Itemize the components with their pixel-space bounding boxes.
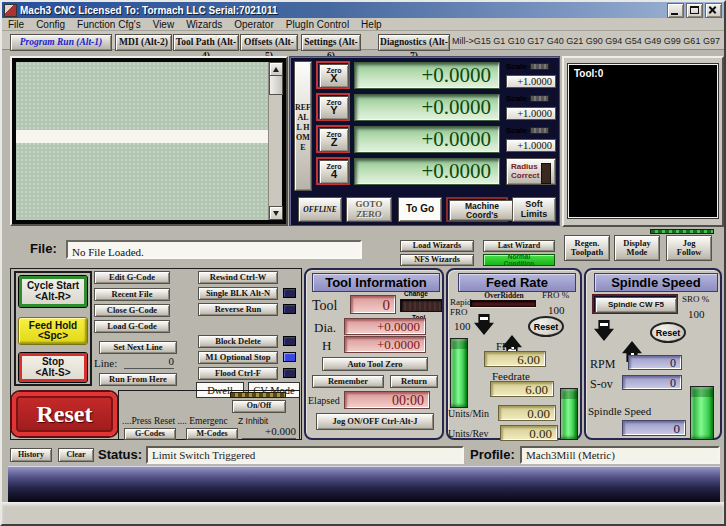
block-delete-button[interactable]: Block Delete: [198, 335, 278, 348]
profile-field: Mach3Mill (Metric): [520, 446, 720, 464]
nfs-wizards-button[interactable]: NFS Wizards: [400, 254, 474, 266]
return-button[interactable]: Return: [390, 375, 438, 388]
feedrate-dro[interactable]: 6.00: [490, 381, 554, 397]
scale-x-value[interactable]: +1.0000: [506, 75, 556, 88]
tab-tool-path[interactable]: Tool Path (Alt-4): [173, 34, 239, 51]
scale-x-led: [530, 63, 549, 70]
h-dro[interactable]: +0.0000: [344, 336, 426, 353]
tab-diagnostics[interactable]: Diagnostics (Alt-7): [378, 34, 450, 51]
stop-button[interactable]: Stop <Alt-S>: [18, 352, 88, 383]
menu-help[interactable]: Help: [355, 19, 388, 30]
close-icon[interactable]: [705, 3, 722, 18]
flood-button[interactable]: Flood Ctrl-F: [198, 367, 278, 380]
zero-z-button[interactable]: ZeroZ: [316, 125, 350, 153]
on-off-button[interactable]: On/Off: [232, 400, 286, 413]
scale-y-led: [530, 95, 549, 102]
zero-y-button[interactable]: ZeroY: [316, 93, 350, 121]
dro-4-axis[interactable]: +0.0000: [354, 158, 500, 185]
menu-wizards[interactable]: Wizards: [180, 19, 228, 30]
m1-optional-stop-button[interactable]: M1 Optional Stop: [198, 351, 278, 364]
last-wizard-button[interactable]: Last Wizard: [483, 240, 555, 252]
menu-operator[interactable]: Operator: [228, 19, 279, 30]
spindle-slider[interactable]: [690, 386, 714, 440]
title-bar[interactable]: Mach3 CNC Licensed To: Tormach LLC Seria…: [2, 2, 724, 18]
sov-dro[interactable]: 0: [622, 375, 682, 390]
menu-file[interactable]: File: [2, 19, 30, 30]
auto-tool-zero-button[interactable]: Auto Tool Zero: [322, 357, 428, 371]
tab-mdi[interactable]: MDI (Alt-2): [115, 34, 172, 51]
jog-on-off-button[interactable]: Jog ON/OFF Ctrl-Alt-J: [316, 413, 434, 430]
tab-settings[interactable]: Settings (Alt-6): [301, 34, 361, 51]
single-blk-button[interactable]: Single BLK Alt-N: [198, 287, 278, 300]
reset-button[interactable]: Reset: [12, 392, 117, 436]
toolpath-display[interactable]: Tool:0: [568, 64, 718, 218]
radius-correct-button[interactable]: Radius Correct: [506, 158, 556, 185]
menu-function-cfgs[interactable]: Function Cfg's: [71, 19, 147, 30]
tab-program-run[interactable]: Program Run (Alt-1): [10, 34, 112, 51]
rpm-dro[interactable]: 0: [628, 355, 682, 370]
load-wizards-button[interactable]: Load Wizards: [400, 240, 474, 252]
remember-button[interactable]: Remember: [312, 375, 384, 388]
menu-plugin-control[interactable]: PlugIn Control: [280, 19, 355, 30]
scale-z-value[interactable]: +1.0000: [506, 139, 556, 152]
tool-number-dro[interactable]: 0: [350, 295, 396, 314]
zero-4-button[interactable]: Zero4: [316, 157, 350, 185]
g-codes-button[interactable]: G-Codes: [124, 428, 176, 440]
menu-config[interactable]: Config: [30, 19, 71, 30]
fro-slider[interactable]: [450, 338, 468, 408]
offline-button[interactable]: OFFLINE: [298, 197, 342, 222]
dro-z-axis[interactable]: +0.0000: [354, 126, 500, 153]
line-number-field[interactable]: 0: [124, 355, 174, 369]
recent-file-button[interactable]: Recent File: [94, 288, 170, 301]
edit-gcode-button[interactable]: Edit G-Code: [94, 271, 170, 284]
units-min-dro[interactable]: 0.00: [498, 405, 556, 421]
menu-view[interactable]: View: [147, 19, 181, 30]
set-next-line-button[interactable]: Set Next Line: [99, 341, 177, 354]
spindle-decrease-arrow-icon[interactable]: [594, 320, 614, 341]
sro-reset-button[interactable]: Reset: [650, 322, 686, 343]
gcode-listing[interactable]: [16, 62, 282, 220]
tab-offsets[interactable]: Offsets (Alt-5): [240, 34, 298, 51]
soft-limits-button[interactable]: Soft Limits: [512, 197, 556, 222]
jog-follow-button[interactable]: Jog Follow: [666, 235, 712, 261]
elapsed-dro[interactable]: 00:00: [344, 391, 430, 409]
rewind-button[interactable]: Rewind Ctrl-W: [198, 271, 278, 284]
gcode-scrollbar[interactable]: [268, 62, 282, 220]
clear-button[interactable]: Clear: [58, 448, 94, 462]
reverse-run-button[interactable]: Reverse Run: [198, 303, 278, 316]
menu-bar: File Config Function Cfg's View Wizards …: [2, 18, 724, 31]
regen-toolpath-button[interactable]: Regen. Toolpath: [564, 235, 610, 261]
dia-dro[interactable]: +0.0000: [344, 318, 426, 335]
to-go-button[interactable]: To Go: [398, 197, 442, 222]
history-button[interactable]: History: [10, 448, 52, 462]
z-inhibit-value[interactable]: +0.000: [242, 425, 296, 439]
scroll-up-icon[interactable]: [269, 62, 283, 76]
spindle-speed-dro[interactable]: 0: [622, 420, 686, 436]
fro-reset-button[interactable]: Reset: [528, 316, 564, 337]
run-from-here-button[interactable]: Run From Here: [99, 373, 177, 386]
units-rev-dro[interactable]: 0.00: [500, 425, 558, 441]
dro-y-axis[interactable]: +0.0000: [354, 94, 500, 121]
fro-dro[interactable]: 6.00: [484, 351, 546, 367]
maximize-icon[interactable]: [686, 3, 703, 18]
load-gcode-button[interactable]: Load G-Code: [94, 320, 170, 333]
rapid-label-line2: FRO: [450, 307, 468, 317]
machine-coords-button[interactable]: Machine Coord's: [446, 197, 508, 222]
goto-zero-button[interactable]: GOTO ZERO: [346, 197, 392, 222]
zero-x-button[interactable]: ZeroX: [316, 61, 350, 89]
scale-y-value[interactable]: +1.0000: [506, 107, 556, 120]
m-codes-button[interactable]: M-Codes: [186, 428, 238, 440]
feedrate-slider[interactable]: [560, 388, 578, 440]
dro-x-axis[interactable]: +0.0000: [354, 62, 500, 89]
feed-rate-panel: Feed Rate OverRidden FRO % 100 Rapid FRO…: [446, 268, 582, 440]
ref-all-home-button[interactable]: REF ALL HOME: [294, 61, 312, 191]
display-mode-button[interactable]: Display Mode: [614, 235, 660, 261]
scrollbar-thumb[interactable]: [269, 75, 283, 95]
feed-decrease-arrow-icon[interactable]: [474, 314, 494, 335]
scroll-down-icon[interactable]: [269, 206, 283, 220]
spindle-cw-button[interactable]: Spindle CW F5: [592, 294, 678, 314]
close-gcode-button[interactable]: Close G-Code: [94, 304, 170, 317]
cycle-start-button[interactable]: Cycle Start <Alt-R>: [18, 275, 88, 308]
minimize-icon[interactable]: [667, 3, 684, 18]
feed-hold-button[interactable]: Feed Hold <Spc>: [18, 317, 88, 345]
